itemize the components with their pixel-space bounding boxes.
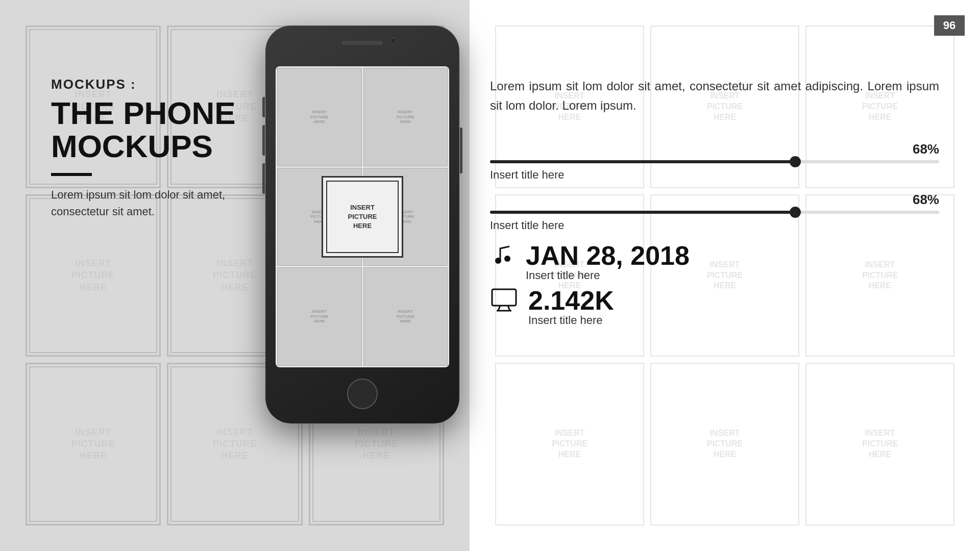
phone-body: INSERTPICTUREHERE INSERTPICTUREHERE INSE… bbox=[265, 26, 459, 423]
svg-rect-2 bbox=[492, 289, 516, 306]
progress-fill-1 bbox=[490, 160, 795, 163]
phone-center-placeholder: INSERT PICTURE HERE bbox=[322, 176, 403, 258]
page-number: 96 bbox=[934, 15, 965, 36]
bg-r-placeholder-9: INSERTPICTUREHERE bbox=[805, 363, 954, 525]
progress-track-2 bbox=[490, 211, 939, 214]
phone-side-btn-power bbox=[460, 128, 462, 173]
phone-speaker bbox=[342, 41, 383, 45]
phone-cell-5: INSERTPICTUREHERE bbox=[277, 267, 362, 366]
progress-section-1: 68% Insert title here bbox=[490, 141, 939, 182]
phone-side-btn-volume-mute bbox=[262, 97, 265, 117]
stat-row-2: 2.142K Insert title here bbox=[490, 287, 939, 327]
bg-r-placeholder-8: INSERTPICTUREHERE bbox=[650, 363, 799, 525]
phone-side-btn-volume-up bbox=[262, 125, 265, 156]
progress-title-1: Insert title here bbox=[490, 168, 939, 182]
divider-line bbox=[51, 173, 92, 176]
progress-track-1 bbox=[490, 160, 939, 163]
progress-percent-2: 68% bbox=[913, 192, 939, 208]
progress-label-row-2: 68% bbox=[490, 192, 939, 208]
description-text: Lorem ipsum sit lom dolor sit amet, cons… bbox=[490, 77, 939, 116]
phone-home-button[interactable] bbox=[347, 379, 378, 409]
progress-label-row-1: 68% bbox=[490, 141, 939, 157]
progress-percent-1: 68% bbox=[913, 141, 939, 157]
stat-value-1: JAN 28, 2018 bbox=[526, 242, 690, 269]
page-container: 96 INSERTPICTUREHERE INSERTPICTUREHERE I… bbox=[0, 0, 980, 551]
phone-cell-1: INSERTPICTUREHERE bbox=[277, 68, 362, 166]
phone-cell-2: INSERTPICTUREHERE bbox=[363, 68, 448, 166]
progress-section-2: 68% Insert title here bbox=[490, 192, 939, 232]
monitor-icon bbox=[490, 287, 518, 317]
bg-r-placeholder-7: INSERTPICTUREHERE bbox=[495, 363, 644, 525]
music-icon bbox=[490, 242, 516, 272]
right-content: Lorem ipsum sit lom dolor sit amet, cons… bbox=[490, 77, 939, 332]
phone-cell-6: INSERTPICTUREHERE bbox=[363, 267, 448, 366]
svg-point-1 bbox=[504, 256, 510, 262]
stat-info-1: JAN 28, 2018 Insert title here bbox=[526, 242, 690, 282]
phone-screen: INSERTPICTUREHERE INSERTPICTUREHERE INSE… bbox=[276, 66, 449, 367]
stat-label-2: Insert title here bbox=[528, 314, 614, 327]
phone-side-btn-volume-down bbox=[262, 163, 265, 194]
stat-label-1: Insert title here bbox=[526, 269, 690, 282]
phone-mockup: INSERTPICTUREHERE INSERTPICTUREHERE INSE… bbox=[260, 15, 464, 434]
progress-thumb-2 bbox=[790, 207, 801, 218]
left-body-text: Lorem ipsum sit lom dolor sit amet, cons… bbox=[51, 186, 265, 220]
progress-thumb-1 bbox=[790, 156, 801, 167]
stat-row-1: JAN 28, 2018 Insert title here bbox=[490, 242, 939, 282]
mockup-title: THE PHONE MOCKUPS bbox=[51, 96, 265, 163]
svg-point-0 bbox=[495, 258, 501, 264]
phone-camera bbox=[390, 38, 397, 44]
progress-fill-2 bbox=[490, 211, 795, 214]
stat-info-2: 2.142K Insert title here bbox=[528, 287, 614, 327]
stat-value-2: 2.142K bbox=[528, 287, 614, 314]
mockup-label: MOCKUPS : bbox=[51, 77, 265, 92]
progress-title-2: Insert title here bbox=[490, 219, 939, 232]
left-content: MOCKUPS : THE PHONE MOCKUPS Lorem ipsum … bbox=[51, 77, 265, 220]
